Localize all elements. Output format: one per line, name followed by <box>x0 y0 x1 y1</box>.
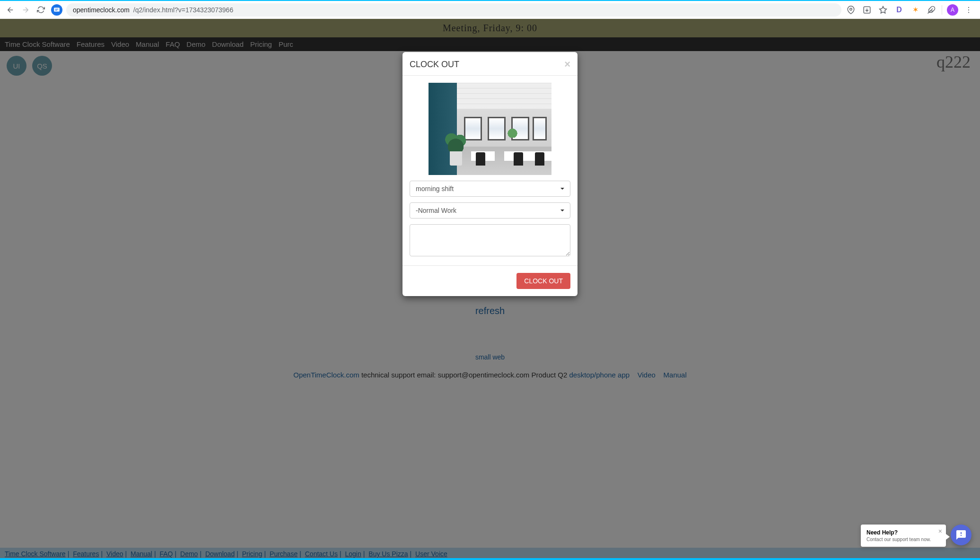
shift-select[interactable]: morning shift <box>410 181 570 197</box>
close-icon[interactable]: × <box>938 527 942 535</box>
install-icon[interactable] <box>861 4 873 16</box>
extensions-icon[interactable] <box>926 4 937 16</box>
office-image <box>429 83 551 175</box>
svg-point-8 <box>968 12 969 13</box>
svg-point-6 <box>968 7 969 8</box>
reload-button[interactable] <box>34 3 47 17</box>
extension-d-icon[interactable]: D <box>893 4 905 16</box>
chat-icon <box>955 529 967 541</box>
url-path: /q2/index.html?v=1734323073966 <box>133 6 233 14</box>
svg-rect-0 <box>54 8 60 11</box>
chat-button[interactable] <box>951 525 971 545</box>
svg-marker-5 <box>880 6 887 13</box>
back-button[interactable] <box>4 3 17 17</box>
help-card: × Need Help? Contact our support team no… <box>861 525 946 547</box>
svg-point-7 <box>968 9 969 10</box>
svg-rect-2 <box>55 10 58 10</box>
svg-point-3 <box>850 8 852 10</box>
clockout-button[interactable]: CLOCK OUT <box>516 273 570 289</box>
menu-icon[interactable] <box>963 4 974 16</box>
url-domain: opentimeclock.com <box>73 6 130 14</box>
url-bar[interactable]: opentimeclock.com/q2/index.html?v=173432… <box>66 3 841 17</box>
extension-bug-icon[interactable]: ✶ <box>910 4 921 16</box>
caret-down-icon <box>560 210 564 211</box>
worktype-select[interactable]: -Normal Work <box>410 202 570 219</box>
notes-textarea[interactable] <box>410 224 570 256</box>
location-icon[interactable] <box>845 4 857 16</box>
site-icon <box>51 4 62 16</box>
svg-rect-1 <box>55 9 59 9</box>
caret-down-icon <box>560 188 564 190</box>
close-icon[interactable]: × <box>564 59 570 70</box>
profile-badge[interactable]: A <box>947 4 958 16</box>
forward-button[interactable] <box>19 3 32 17</box>
browser-toolbar: opentimeclock.com/q2/index.html?v=173432… <box>0 0 980 19</box>
bookmark-icon[interactable] <box>877 4 889 16</box>
modal-title: CLOCK OUT <box>410 60 459 70</box>
clockout-modal: CLOCK OUT × morning <box>402 52 578 296</box>
help-title: Need Help? <box>866 529 932 536</box>
help-subtitle: Contact our support team now. <box>866 537 932 542</box>
